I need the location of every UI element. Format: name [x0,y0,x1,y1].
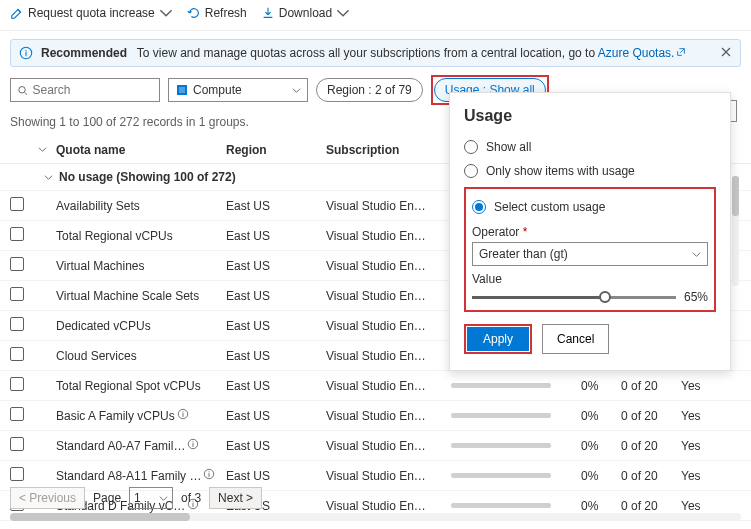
row-checkbox[interactable] [10,377,24,391]
row-checkbox[interactable] [10,287,24,301]
page-select[interactable]: 1 [129,487,173,509]
table-row[interactable]: Basic A Family vCPUsEast USVisual Studio… [0,401,751,431]
svg-rect-3 [179,87,185,93]
chevron-down-icon [159,494,168,503]
azure-quotas-link[interactable]: Azure Quotas. [598,46,687,60]
operator-select[interactable]: Greater than (gt) [472,242,708,266]
value-percent: 65% [684,290,708,304]
request-quota-label: Request quota increase [28,6,155,20]
info-banner: Recommended To view and manage quotas ac… [10,39,741,67]
request-quota-button[interactable]: Request quota increase [10,6,173,20]
prev-page-button[interactable]: < Previous [10,487,85,509]
provider-select[interactable]: Compute [168,78,308,102]
adjustable-cell: Yes [681,379,721,393]
region-filter[interactable]: Region : 2 of 79 [316,78,423,102]
subscription-cell: Visual Studio En… [326,439,451,453]
close-icon[interactable] [720,46,732,58]
vertical-scrollbar[interactable] [732,176,739,286]
chevron-down-icon [159,6,173,20]
info-icon [187,438,199,450]
row-checkbox[interactable] [10,437,24,451]
usage-pct: 0% [581,469,621,483]
subscription-cell: Visual Studio En… [326,379,451,393]
horizontal-scrollbar[interactable] [10,513,741,521]
radio-icon [464,140,478,154]
quota-name: Virtual Machine Scale Sets [56,289,226,303]
apply-button[interactable]: Apply [467,327,529,351]
quota-name: Dedicated vCPUs [56,319,226,333]
subscription-cell: Visual Studio En… [326,349,451,363]
adjustable-cell: Yes [681,499,721,513]
row-checkbox[interactable] [10,317,24,331]
refresh-icon [187,6,201,20]
region-cell: East US [226,469,326,483]
toolbar: Request quota increase Refresh Download [0,0,751,31]
chevron-down-icon [692,250,701,259]
quota-name: Total Regional Spot vCPUs [56,379,226,393]
row-checkbox[interactable] [10,467,24,481]
radio-with-usage[interactable]: Only show items with usage [464,159,716,183]
refresh-button[interactable]: Refresh [187,6,247,20]
search-icon [17,84,29,97]
chevron-down-icon [44,173,53,182]
usage-bar [451,383,551,388]
highlight-custom-section: Select custom usage Operator Greater tha… [464,187,716,312]
region-cell: East US [226,289,326,303]
region-cell: East US [226,229,326,243]
usage-pct: 0% [581,499,621,513]
cancel-button[interactable]: Cancel [542,324,609,354]
chevron-down-icon[interactable] [38,145,47,154]
adjustable-cell: Yes [681,409,721,423]
external-link-icon [676,47,686,57]
value-slider[interactable] [472,296,676,299]
table-row[interactable]: Total Regional Spot vCPUsEast USVisual S… [0,371,751,401]
next-page-button[interactable]: Next > [209,487,262,509]
info-icon [177,408,189,420]
download-button[interactable]: Download [261,6,350,20]
quota-cell: 0 of 20 [621,499,681,513]
region-cell: East US [226,379,326,393]
page-label: Page [93,491,121,505]
download-icon [261,6,275,20]
search-input[interactable] [10,78,160,102]
usage-pct: 0% [581,409,621,423]
col-subscription[interactable]: Subscription [326,143,451,157]
radio-show-all[interactable]: Show all [464,135,716,159]
group-label: No usage (Showing 100 of 272) [59,170,236,184]
quota-cell: 0 of 20 [621,409,681,423]
svg-point-1 [19,86,25,92]
usage-filter-panel: Usage Show all Only show items with usag… [449,92,731,371]
refresh-label: Refresh [205,6,247,20]
banner-heading: Recommended [41,46,127,60]
download-label: Download [279,6,332,20]
region-cell: East US [226,259,326,273]
table-row[interactable]: Standard A0-A7 Famil…East USVisual Studi… [0,431,751,461]
row-checkbox[interactable] [10,197,24,211]
region-cell: East US [226,409,326,423]
pager: < Previous Page 1 of 3 Next > [10,487,262,509]
col-quota-name[interactable]: Quota name [56,143,226,157]
usage-bar [451,503,551,508]
quota-name: Basic A Family vCPUs [56,408,226,423]
quota-name: Cloud Services [56,349,226,363]
adjustable-cell: Yes [681,469,721,483]
search-field[interactable] [33,83,153,97]
page-of: of 3 [181,491,201,505]
quota-cell: 0 of 20 [621,439,681,453]
quota-name: Standard A8-A11 Family … [56,468,226,483]
quota-cell: 0 of 20 [621,469,681,483]
row-checkbox[interactable] [10,407,24,421]
radio-icon [472,200,486,214]
quota-cell: 0 of 20 [621,379,681,393]
info-icon [203,468,215,480]
radio-custom-usage[interactable]: Select custom usage [472,195,708,219]
usage-pct: 0% [581,439,621,453]
row-checkbox[interactable] [10,227,24,241]
chevron-down-icon [336,6,350,20]
usage-bar [451,443,551,448]
row-checkbox[interactable] [10,347,24,361]
region-cell: East US [226,439,326,453]
subscription-cell: Visual Studio En… [326,499,451,513]
col-region[interactable]: Region [226,143,326,157]
row-checkbox[interactable] [10,257,24,271]
